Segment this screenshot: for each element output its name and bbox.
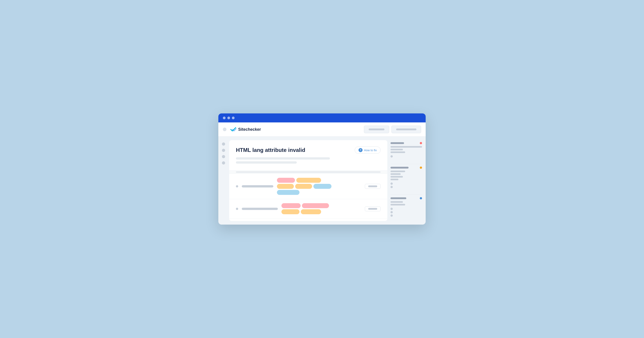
sr-mini-bar-2d xyxy=(390,179,398,180)
sidebar-row-title-1 xyxy=(390,142,422,144)
sidebar-right xyxy=(390,140,422,221)
sidebar-dot-1 xyxy=(222,143,225,146)
logo-text: Sitechecker xyxy=(238,127,261,132)
sr-dot-blue xyxy=(420,197,422,199)
tag-pink-3 xyxy=(302,203,329,208)
sr-dot-gray-1 xyxy=(390,155,393,158)
logo-icon xyxy=(230,127,236,132)
tag-orange-3 xyxy=(295,184,312,189)
sr-dot-gray-4 xyxy=(390,208,393,210)
row-indicator-2 xyxy=(236,208,238,210)
tag-orange-4 xyxy=(282,209,300,214)
action-button-1[interactable] xyxy=(365,184,380,189)
sr-mini-bar-1a xyxy=(390,146,422,148)
sr-mini-bar-1c xyxy=(390,152,405,153)
browser-window: Sitechecker HTML lang attribute invalid xyxy=(218,113,426,225)
window-dot-1 xyxy=(223,117,226,119)
tag-orange-5 xyxy=(301,209,321,214)
sr-dot-red xyxy=(420,142,422,144)
tags-area-1 xyxy=(277,178,361,195)
table-row-2 xyxy=(229,199,387,218)
sr-mini-bar-3a xyxy=(390,201,403,203)
nav-btn-bar-1 xyxy=(369,129,384,130)
sidebar-section-3 xyxy=(390,197,422,218)
browser-titlebar xyxy=(218,113,426,122)
window-dot-2 xyxy=(227,117,230,119)
tag-pink-1 xyxy=(277,178,295,183)
sr-dot-gray-6 xyxy=(390,214,393,217)
sr-mini-bar-2b xyxy=(390,173,401,175)
desc-line-1 xyxy=(236,157,330,160)
main-content: HTML lang attribute invalid ? How to fix xyxy=(218,137,426,225)
sidebar-dot-2 xyxy=(222,149,225,152)
tag-orange-2 xyxy=(277,184,294,189)
tag-orange-1 xyxy=(296,178,321,183)
nav-button-2[interactable] xyxy=(392,126,421,133)
sr-mini-bar-3b xyxy=(390,204,405,205)
sr-mini-bar-2a xyxy=(390,170,405,172)
sr-mini-rows-3 xyxy=(390,201,422,205)
navbar: Sitechecker xyxy=(218,122,426,137)
table-section xyxy=(229,170,387,218)
sr-mini-rows-1 xyxy=(390,146,422,153)
sr-title-bar-2 xyxy=(390,167,408,169)
sr-mini-bar-2c xyxy=(390,176,403,177)
sidebar-row-dots-6 xyxy=(390,214,422,217)
sidebar-row-dots-5 xyxy=(390,211,422,213)
window-dot-3 xyxy=(232,117,234,119)
row-indicator-1 xyxy=(236,185,238,187)
nav-btn-bar-2 xyxy=(396,129,416,130)
sidebar-dot-3 xyxy=(222,155,225,158)
sr-dot-gray-3 xyxy=(390,186,393,188)
divider-2 xyxy=(390,195,422,195)
help-icon: ? xyxy=(358,148,362,152)
table-row xyxy=(229,174,387,199)
sidebar-section-2 xyxy=(390,167,422,189)
divider-1 xyxy=(390,164,422,164)
sidebar-section-1 xyxy=(390,142,422,159)
row-url-2 xyxy=(242,208,278,210)
tag-pink-2 xyxy=(282,203,300,208)
sidebar-row-dots-4 xyxy=(390,208,422,210)
row-url-1 xyxy=(242,185,273,187)
tag-blue-1 xyxy=(314,184,332,189)
sr-mini-bar-1b xyxy=(390,149,403,150)
tag-blue-2 xyxy=(277,190,300,195)
sr-title-bar-3 xyxy=(390,197,406,199)
desc-line-2 xyxy=(236,161,297,164)
sidebar-row-title-2 xyxy=(390,167,422,169)
how-to-fix-button[interactable]: ? How to fix xyxy=(355,147,380,154)
action-btn-bar-2 xyxy=(368,208,377,210)
content-area: HTML lang attribute invalid ? How to fix xyxy=(229,140,387,221)
nav-dot xyxy=(223,128,226,131)
sr-mini-rows-2 xyxy=(390,170,422,180)
sidebar-row-dots-2 xyxy=(390,182,422,185)
how-to-fix-label: How to fix xyxy=(364,149,377,152)
sr-dot-gray-2 xyxy=(390,182,393,185)
sr-title-bar-1 xyxy=(390,142,404,144)
tags-area-2 xyxy=(282,203,361,214)
action-btn-bar-1 xyxy=(368,185,377,187)
page-title-row: HTML lang attribute invalid ? How to fix xyxy=(236,147,380,154)
sr-dot-gray-5 xyxy=(390,211,393,213)
page-title: HTML lang attribute invalid xyxy=(236,147,305,153)
sidebar-dot-4 xyxy=(222,161,225,165)
nav-button-1[interactable] xyxy=(364,126,389,133)
logo-area: Sitechecker xyxy=(223,127,261,132)
sidebar-row-dots-3 xyxy=(390,186,422,188)
sidebar-row-2 xyxy=(390,155,422,158)
sidebar-row-title-3 xyxy=(390,197,422,199)
content-header: HTML lang attribute invalid ? How to fix xyxy=(229,140,387,170)
sr-dot-orange xyxy=(420,167,422,169)
action-button-2[interactable] xyxy=(365,206,380,211)
nav-buttons xyxy=(364,126,421,133)
sidebar-left xyxy=(222,140,226,221)
